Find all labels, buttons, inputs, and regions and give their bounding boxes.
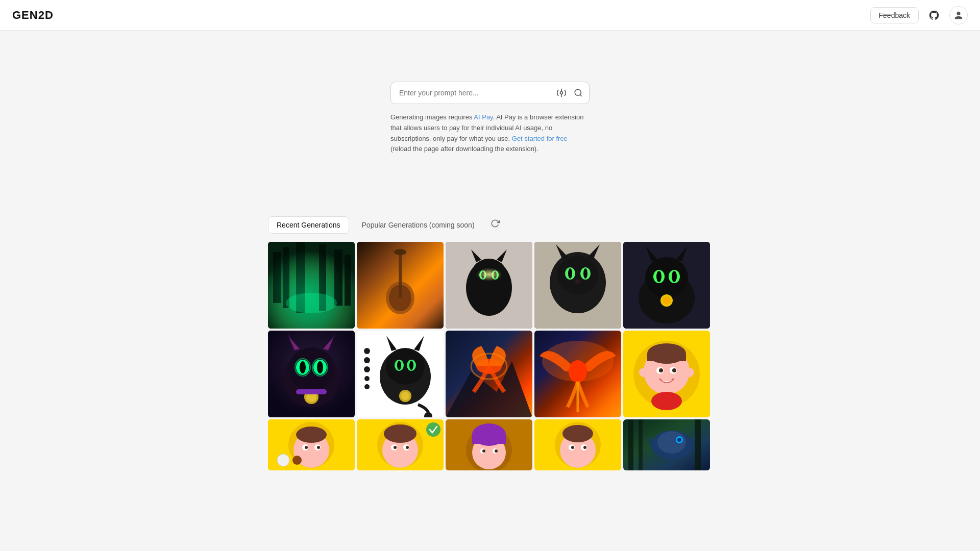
svg-point-98 [651, 392, 682, 410]
svg-point-78 [409, 361, 413, 370]
black-cat1-image-svg [446, 242, 532, 329]
gallery-area: Recent Generations Popular Generations (… [268, 216, 712, 470]
search-icon-group [554, 86, 585, 100]
forest-image-svg [268, 242, 355, 329]
tab-popular-generations[interactable]: Popular Generations (coming soon) [353, 216, 483, 234]
svg-point-110 [292, 456, 302, 465]
gallery-image-black-cat3[interactable] [623, 242, 710, 329]
svg-point-99 [639, 368, 648, 377]
user-icon [954, 11, 963, 20]
svg-point-128 [495, 449, 498, 453]
cartoon-cat-image-svg [268, 331, 355, 417]
black-cat3-image-svg [623, 242, 710, 329]
github-icon [928, 10, 940, 21]
phoenix2-image-svg [534, 331, 621, 417]
search-input[interactable] [395, 89, 554, 97]
info-text: Generating images requires AI Pay. AI Pa… [390, 112, 590, 155]
gallery-image-cartoon-cat[interactable] [268, 331, 355, 417]
svg-point-114 [384, 424, 416, 443]
info-text-part1: Generating images requires [390, 113, 474, 121]
gallery-image-black-cat1[interactable] [446, 242, 532, 329]
sketch-cat-image-svg [357, 331, 444, 417]
refresh-button[interactable] [487, 216, 503, 234]
main-content: Generating images requires AI Pay. AI Pa… [0, 0, 980, 470]
svg-point-37 [575, 280, 581, 284]
svg-point-72 [386, 348, 425, 385]
image-grid-row1 [268, 242, 712, 329]
get-started-link[interactable]: Get started for free [512, 135, 568, 142]
gallery-image-black-cat2[interactable] [534, 242, 621, 329]
svg-point-48 [663, 296, 671, 305]
svg-point-88 [569, 360, 587, 383]
gallery-image-sketch-cat[interactable] [357, 331, 444, 417]
github-button[interactable] [925, 6, 943, 24]
svg-point-104 [296, 427, 327, 443]
gallery-image-char-bottom1[interactable] [268, 419, 355, 470]
svg-rect-17 [399, 252, 402, 298]
info-text-part3: (reload the page after downloading the e… [390, 145, 538, 153]
svg-point-80 [401, 392, 409, 400]
svg-point-66 [364, 348, 370, 354]
user-account-button[interactable] [949, 6, 968, 24]
gallery-image-forest[interactable] [268, 242, 355, 329]
svg-point-136 [583, 446, 586, 449]
svg-point-25 [492, 270, 499, 280]
svg-point-118 [406, 446, 409, 449]
gallery-image-char-purple-hair[interactable] [446, 419, 532, 470]
search-icon [574, 88, 583, 97]
svg-point-108 [317, 446, 320, 449]
char-bottom2-svg [357, 419, 444, 470]
dragon-svg [623, 419, 710, 470]
svg-point-70 [364, 384, 370, 389]
svg-point-144 [677, 438, 681, 442]
svg-point-67 [364, 357, 370, 363]
svg-rect-5 [268, 242, 355, 329]
image-grid-row3 [268, 419, 712, 470]
svg-point-100 [685, 368, 694, 377]
svg-point-69 [364, 376, 370, 381]
adjust-icon-button[interactable] [554, 86, 569, 100]
cartoon-char-image-svg [623, 331, 710, 417]
ai-pay-link[interactable]: AI Pay [474, 113, 493, 121]
svg-point-35 [568, 268, 572, 279]
image-grid-row2 [268, 331, 712, 417]
svg-point-45 [656, 271, 662, 282]
svg-rect-139 [639, 419, 643, 470]
tab-recent-generations[interactable]: Recent Generations [268, 216, 349, 234]
svg-point-58 [300, 361, 306, 373]
phoenix1-image-svg [446, 331, 532, 417]
char-bottom1-svg [268, 419, 355, 470]
svg-point-59 [317, 361, 323, 373]
header: GEN2D Feedback [0, 0, 980, 31]
tabs: Recent Generations Popular Generations (… [268, 216, 712, 234]
char-bottom4-svg [534, 419, 621, 470]
svg-rect-12 [345, 255, 351, 306]
svg-point-127 [482, 449, 485, 453]
gallery-image-dragon[interactable] [623, 419, 710, 470]
search-button[interactable] [572, 86, 585, 99]
gallery-image-phoenix2[interactable] [534, 331, 621, 417]
gallery-image-guitar[interactable] [357, 242, 444, 329]
svg-point-68 [364, 366, 370, 372]
svg-rect-124 [472, 435, 506, 444]
feedback-button[interactable]: Feedback [870, 7, 919, 23]
guitar-image-svg [357, 242, 444, 329]
black-cat2-image-svg [534, 242, 621, 329]
svg-rect-6 [268, 242, 355, 329]
svg-point-135 [571, 446, 574, 449]
svg-point-30 [557, 256, 598, 294]
svg-point-27 [494, 271, 497, 279]
search-box [390, 82, 590, 104]
svg-point-24 [479, 270, 486, 280]
gallery-image-cartoon-char[interactable] [623, 331, 710, 417]
svg-point-13 [286, 293, 337, 313]
gallery-image-phoenix1[interactable] [446, 331, 532, 417]
svg-rect-138 [628, 419, 633, 470]
gallery-image-char-bottom2[interactable] [357, 419, 444, 470]
gallery-image-char-bottom4[interactable] [534, 419, 621, 470]
search-area: Generating images requires AI Pay. AI Pa… [390, 82, 590, 155]
svg-rect-7 [273, 252, 281, 303]
svg-point-46 [672, 271, 677, 282]
svg-point-119 [426, 422, 440, 437]
svg-point-77 [397, 361, 401, 370]
